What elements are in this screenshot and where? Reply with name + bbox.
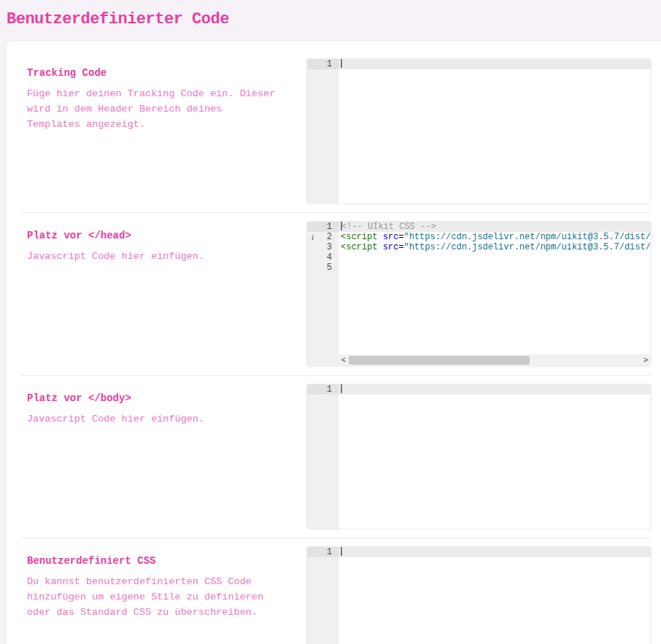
code-line — [339, 384, 651, 395]
text-cursor — [341, 384, 342, 393]
code-token — [377, 242, 382, 252]
code-line: <!-- UIkit CSS --> — [339, 222, 651, 232]
scrollbar-thumb[interactable] — [349, 356, 530, 365]
section-heading: Tracking Code — [27, 67, 280, 79]
section-description: Füge hier deinen Tracking Code ein. Dies… — [27, 86, 280, 132]
info-annotation-icon: i — [312, 232, 314, 242]
editor-content[interactable]: <!-- UIkit CSS --><script src="https://c… — [339, 222, 651, 366]
section-text-column: Platz vor </body> Javascript Code hier e… — [21, 384, 306, 529]
section-description: Javascript Code hier einfügen. — [27, 411, 280, 427]
section-description: Du kannst benutzerdefinierten CSS Code h… — [27, 574, 280, 620]
code-line — [339, 59, 651, 69]
editor-gutter: 12i345 — [307, 222, 339, 366]
line-number: 5 — [307, 263, 339, 273]
code-line — [339, 263, 651, 273]
code-token: <script — [341, 242, 377, 252]
line-number: 4 — [307, 252, 339, 263]
scrollbar-track[interactable] — [349, 354, 641, 366]
line-number: 1 — [307, 384, 339, 395]
custom-code-card: Tracking Code Füge hier deinen Tracking … — [6, 40, 661, 644]
editor-content[interactable] — [339, 547, 651, 644]
section-heading: Platz vor </head> — [27, 230, 280, 241]
code-token: src — [383, 232, 399, 242]
section-heading: Benutzerdefiniert CSS — [27, 555, 280, 567]
line-number: 1 — [307, 547, 339, 557]
before-body-code-editor[interactable]: 1 — [306, 384, 652, 529]
code-line: <script src="https://cdn.jsdelivr.net/np… — [339, 232, 651, 242]
section-text-column: Benutzerdefiniert CSS Du kannst benutzer… — [21, 546, 306, 644]
line-number: 3 — [307, 242, 339, 252]
section-text-column: Platz vor </head> Javascript Code hier e… — [21, 221, 306, 367]
code-line — [339, 252, 651, 263]
section-before-head: Platz vor </head> Javascript Code hier e… — [21, 212, 652, 375]
editor-gutter: 1 — [307, 547, 339, 644]
before-head-code-editor[interactable]: 12i345<!-- UIkit CSS --><script src="htt… — [306, 221, 652, 367]
code-line: <script src="https://cdn.jsdelivr.net/np… — [339, 242, 651, 252]
code-token: "https://cdn.jsdelivr.net/npm/uikit@3.5.… — [403, 242, 651, 252]
code-token: <!-- UIkit CSS --> — [341, 222, 436, 232]
section-text-column: Tracking Code Füge hier deinen Tracking … — [21, 58, 306, 204]
custom-css-code-editor[interactable]: 1 — [306, 546, 652, 644]
code-token — [377, 232, 382, 242]
editor-gutter: 1 — [307, 384, 339, 529]
code-token: "https://cdn.jsdelivr.net/npm/uikit@3.5.… — [403, 232, 651, 242]
code-token: <script — [341, 232, 377, 242]
editor-content[interactable] — [339, 59, 651, 203]
page-title: Benutzerdefinierter Code — [7, 9, 661, 30]
code-line — [339, 547, 651, 557]
section-tracking-code: Tracking Code Füge hier deinen Tracking … — [21, 50, 652, 212]
line-number: 1 — [307, 222, 339, 232]
section-custom-css: Benutzerdefiniert CSS Du kannst benutzer… — [21, 538, 652, 644]
scroll-left-arrow-icon[interactable]: < — [339, 354, 349, 366]
tracking-code-editor[interactable]: 1 — [306, 58, 652, 204]
section-before-body: Platz vor </body> Javascript Code hier e… — [21, 375, 652, 538]
section-description: Javascript Code hier einfügen. — [27, 249, 280, 264]
editor-content[interactable] — [339, 384, 651, 529]
text-cursor — [341, 59, 342, 68]
line-number: 1 — [307, 59, 339, 69]
editor-gutter: 1 — [307, 59, 339, 203]
section-heading: Platz vor </body> — [27, 392, 280, 404]
code-token: src — [383, 242, 399, 252]
text-cursor — [341, 547, 342, 556]
scroll-right-arrow-icon[interactable]: > — [641, 354, 651, 366]
line-number: 2i — [307, 232, 339, 242]
horizontal-scrollbar[interactable]: <> — [339, 354, 651, 366]
